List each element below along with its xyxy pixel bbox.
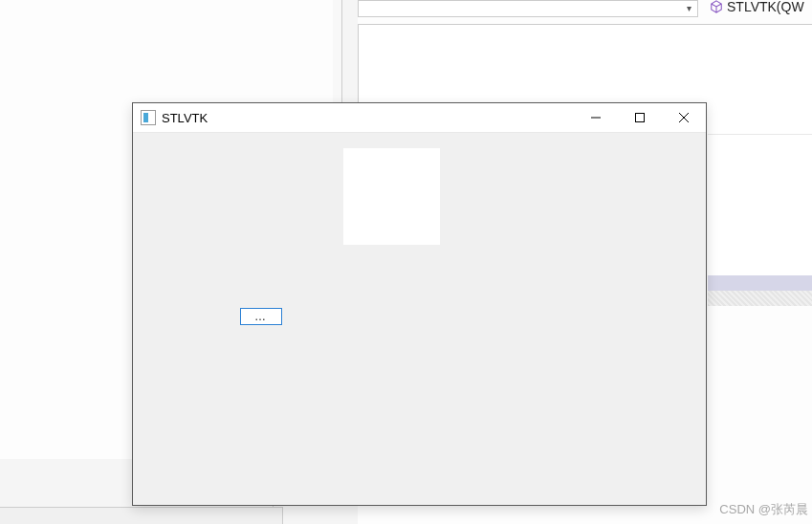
minimize-icon bbox=[591, 113, 601, 122]
maximize-button[interactable] bbox=[618, 103, 662, 133]
ide-prop-header bbox=[708, 275, 812, 291]
function-label[interactable]: STLVTK(QW bbox=[710, 0, 804, 14]
function-label-text: STLVTK(QW bbox=[727, 0, 804, 14]
dialog-body: … bbox=[133, 133, 706, 505]
chevron-down-icon: ▾ bbox=[687, 3, 691, 13]
titlebar[interactable]: STLVTK bbox=[133, 103, 706, 133]
close-icon bbox=[679, 113, 689, 122]
app-icon bbox=[141, 110, 156, 125]
svg-rect-1 bbox=[636, 114, 645, 122]
ide-prop-hatch bbox=[708, 291, 812, 306]
cube-icon bbox=[710, 0, 723, 13]
ide-prop-area bbox=[708, 134, 812, 275]
maximize-icon bbox=[635, 113, 645, 122]
ide-bottom-toolbar bbox=[0, 507, 283, 524]
close-button[interactable] bbox=[662, 103, 706, 133]
window-title: STLVTK bbox=[162, 111, 208, 125]
watermark: CSDN @张芮晨 bbox=[719, 501, 808, 518]
browse-button[interactable]: … bbox=[240, 308, 282, 325]
scope-combobox[interactable]: ▾ bbox=[358, 0, 698, 17]
minimize-button[interactable] bbox=[574, 103, 618, 133]
dialog-window: STLVTK … bbox=[132, 102, 707, 506]
render-widget[interactable] bbox=[343, 148, 440, 245]
browse-button-label: … bbox=[254, 310, 268, 323]
